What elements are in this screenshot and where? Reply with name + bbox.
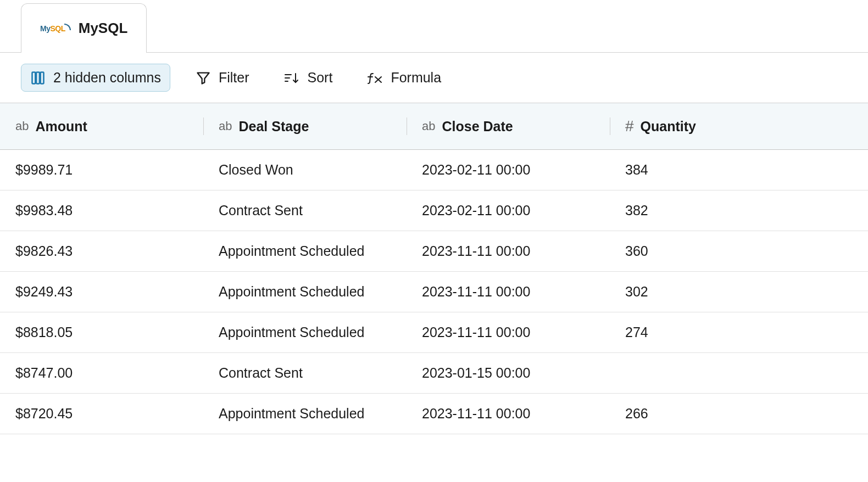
- formula-icon: [366, 70, 383, 86]
- cell-deal-stage: Appointment Scheduled: [203, 312, 407, 352]
- table-header: ab Amount ab Deal Stage ab Close Date # …: [0, 103, 868, 150]
- mysql-logo-icon: MySQL: [40, 24, 71, 33]
- filter-icon: [196, 70, 211, 86]
- hidden-columns-button[interactable]: 2 hidden columns: [21, 64, 170, 92]
- cell-close-date: 2023-02-11 00:00: [407, 190, 610, 231]
- column-label: Amount: [35, 119, 87, 134]
- cell-close-date: 2023-11-11 00:00: [407, 272, 610, 312]
- cell-deal-stage: Appointment Scheduled: [203, 394, 407, 434]
- text-type-icon: ab: [422, 119, 435, 133]
- column-label: Quantity: [641, 119, 696, 134]
- column-header-amount[interactable]: ab Amount: [0, 103, 203, 149]
- filter-label: Filter: [219, 70, 249, 86]
- table-row[interactable]: $8720.45Appointment Scheduled2023-11-11 …: [0, 394, 868, 434]
- cell-deal-stage: Appointment Scheduled: [203, 231, 407, 271]
- table-row[interactable]: $8818.05Appointment Scheduled2023-11-11 …: [0, 312, 868, 353]
- formula-label: Formula: [391, 70, 441, 86]
- cell-amount: $9989.71: [0, 150, 203, 190]
- column-header-quantity[interactable]: # Quantity: [610, 103, 868, 149]
- column-header-deal-stage[interactable]: ab Deal Stage: [203, 103, 407, 149]
- number-type-icon: #: [625, 117, 634, 135]
- cell-close-date: 2023-01-15 00:00: [407, 353, 610, 393]
- cell-amount: $9249.43: [0, 272, 203, 312]
- cell-amount: $8747.00: [0, 353, 203, 393]
- tab-mysql[interactable]: MySQL MySQL: [21, 3, 147, 53]
- sort-label: Sort: [308, 70, 333, 86]
- cell-quantity: [610, 353, 868, 393]
- svg-rect-1: [36, 72, 40, 83]
- cell-close-date: 2023-11-11 00:00: [407, 394, 610, 434]
- column-header-close-date[interactable]: ab Close Date: [407, 103, 610, 149]
- cell-deal-stage: Contract Sent: [203, 190, 407, 231]
- toolbar: 2 hidden columns Filter Sort: [0, 53, 868, 103]
- cell-deal-stage: Contract Sent: [203, 353, 407, 393]
- data-table: ab Amount ab Deal Stage ab Close Date # …: [0, 103, 868, 434]
- cell-deal-stage: Closed Won: [203, 150, 407, 190]
- text-type-icon: ab: [219, 119, 232, 133]
- table-row[interactable]: $8747.00Contract Sent2023-01-15 00:00: [0, 353, 868, 394]
- columns-icon: [30, 70, 46, 86]
- cell-quantity: 382: [610, 190, 868, 231]
- cell-deal-stage: Appointment Scheduled: [203, 272, 407, 312]
- cell-close-date: 2023-11-11 00:00: [407, 312, 610, 352]
- column-label: Close Date: [442, 119, 513, 134]
- cell-quantity: 302: [610, 272, 868, 312]
- column-label: Deal Stage: [238, 119, 309, 134]
- cell-amount: $8818.05: [0, 312, 203, 352]
- hidden-columns-label: 2 hidden columns: [53, 70, 161, 86]
- cell-quantity: 266: [610, 394, 868, 434]
- svg-rect-2: [41, 72, 44, 83]
- sort-button[interactable]: Sort: [275, 64, 342, 91]
- cell-amount: $8720.45: [0, 394, 203, 434]
- filter-button[interactable]: Filter: [187, 64, 258, 91]
- cell-quantity: 384: [610, 150, 868, 190]
- formula-button[interactable]: Formula: [358, 64, 450, 91]
- cell-amount: $9983.48: [0, 190, 203, 231]
- sort-icon: [283, 70, 300, 86]
- cell-close-date: 2023-11-11 00:00: [407, 231, 610, 271]
- table-row[interactable]: $9249.43Appointment Scheduled2023-11-11 …: [0, 272, 868, 312]
- cell-quantity: 360: [610, 231, 868, 271]
- tab-bar: MySQL MySQL: [0, 0, 868, 53]
- text-type-icon: ab: [15, 119, 29, 133]
- table-row[interactable]: $9826.43Appointment Scheduled2023-11-11 …: [0, 231, 868, 272]
- table-row[interactable]: $9989.71Closed Won2023-02-11 00:00384: [0, 150, 868, 190]
- tab-label: MySQL: [79, 20, 128, 37]
- table-row[interactable]: $9983.48Contract Sent2023-02-11 00:00382: [0, 190, 868, 231]
- svg-rect-0: [32, 72, 36, 83]
- cell-close-date: 2023-02-11 00:00: [407, 150, 610, 190]
- cell-amount: $9826.43: [0, 231, 203, 271]
- cell-quantity: 274: [610, 312, 868, 352]
